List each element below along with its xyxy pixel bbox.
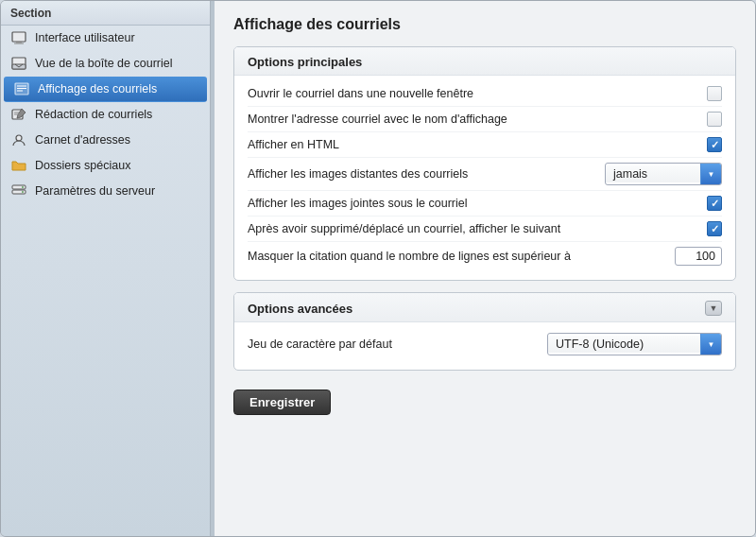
section-principales-title: Options principales	[234, 47, 735, 76]
option-label-jeu-caractere: Jeu de caractère par défaut	[248, 338, 540, 351]
option-row-masquer-citation: Masquer la citation quand le nombre de l…	[248, 242, 722, 270]
section-principales: Options principales Ouvrir le courriel d…	[233, 46, 736, 281]
save-button[interactable]: Enregistrer	[233, 390, 331, 415]
main-content: Affichage des courriels Options principa…	[215, 1, 755, 536]
svg-point-15	[22, 186, 24, 188]
select-arrow-images-distantes[interactable]	[700, 164, 721, 184]
checkbox-nouvelle-fenetre[interactable]	[707, 86, 722, 101]
option-control-images-jointes	[707, 196, 722, 211]
option-row-apres-supprime: Après avoir supprimé/déplacé un courriel…	[248, 217, 722, 242]
sidebar-item-label: Interface utilisateur	[35, 31, 135, 44]
svg-rect-2	[14, 43, 24, 44]
svg-point-16	[22, 191, 24, 193]
section-avancees-title: Options avancées ▼	[234, 293, 735, 322]
option-label-nouvelle-fenetre: Ouvrir le courriel dans une nouvelle fen…	[248, 87, 699, 100]
option-control-images-distantes: jamais	[605, 163, 722, 185]
sidebar: Section Interface utilisateur Vue de	[1, 1, 211, 536]
select-value-images-distantes: jamais	[606, 165, 700, 182]
contacts-icon	[10, 132, 27, 147]
section-avancees-content: Jeu de caractère par défaut UTF-8 (Unico…	[234, 322, 735, 370]
checkbox-html[interactable]	[707, 137, 722, 152]
svg-rect-0	[12, 32, 26, 42]
option-control-nom-affichage	[707, 112, 722, 127]
sidebar-item-label: Vue de la boîte de courriel	[35, 57, 172, 70]
server-icon	[10, 183, 27, 199]
page-title: Affichage des courriels	[233, 16, 736, 33]
option-control-masquer-citation: 100	[675, 247, 722, 266]
inbox-icon	[10, 56, 27, 71]
option-row-jeu-caractere: Jeu de caractère par défaut UTF-8 (Unico…	[248, 328, 722, 360]
input-masquer-citation[interactable]: 100	[675, 247, 722, 266]
collapse-avancees-button[interactable]: ▼	[705, 301, 722, 316]
svg-rect-1	[16, 42, 22, 43]
sidebar-item-parametres[interactable]: Paramètres du serveur	[1, 179, 210, 204]
option-row-nouvelle-fenetre: Ouvrir le courriel dans une nouvelle fen…	[248, 81, 722, 107]
svg-point-12	[16, 135, 22, 141]
section-principales-content: Ouvrir le courriel dans une nouvelle fen…	[234, 76, 735, 280]
select-value-jeu-caractere: UTF-8 (Unicode)	[548, 336, 700, 353]
sidebar-header: Section	[1, 1, 210, 26]
option-control-nouvelle-fenetre	[707, 86, 722, 101]
option-control-apres-supprime	[707, 221, 722, 236]
option-label-images-distantes: Afficher les images distantes des courri…	[248, 167, 597, 181]
option-control-html	[707, 137, 722, 152]
select-jeu-caractere[interactable]: UTF-8 (Unicode)	[547, 333, 722, 355]
option-label-masquer-citation: Masquer la citation quand le nombre de l…	[248, 250, 667, 263]
monitor-icon	[10, 30, 27, 45]
option-label-images-jointes: Afficher les images jointes sous le cour…	[248, 197, 699, 210]
option-row-images-jointes: Afficher les images jointes sous le cour…	[248, 191, 722, 217]
sidebar-item-redaction[interactable]: Rédaction de courriels	[1, 102, 210, 128]
sidebar-item-carnet[interactable]: Carnet d'adresses	[1, 128, 210, 153]
display-icon	[13, 81, 30, 96]
sidebar-item-label: Carnet d'adresses	[35, 133, 130, 147]
sidebar-item-label: Paramètres du serveur	[35, 184, 155, 198]
option-row-html: Afficher en HTML	[248, 132, 722, 158]
sidebar-item-label: Dossiers spéciaux	[35, 159, 130, 172]
option-label-html: Afficher en HTML	[248, 138, 699, 151]
compose-icon	[10, 107, 27, 122]
sidebar-item-boite[interactable]: Vue de la boîte de courriel	[1, 51, 210, 77]
option-control-jeu-caractere: UTF-8 (Unicode)	[547, 333, 722, 355]
sidebar-item-affichage[interactable]: Affichage des courriels	[4, 77, 207, 102]
section-avancees: Options avancées ▼ Jeu de caractère par …	[233, 292, 736, 371]
checkbox-apres-supprime[interactable]	[707, 221, 722, 236]
sidebar-item-dossiers[interactable]: Dossiers spéciaux	[1, 153, 210, 179]
option-row-nom-affichage: Montrer l'adresse courriel avec le nom d…	[248, 107, 722, 132]
select-arrow-jeu-caractere[interactable]	[700, 334, 721, 355]
sidebar-item-label: Affichage des courriels	[38, 82, 157, 95]
option-row-images-distantes: Afficher les images distantes des courri…	[248, 158, 722, 191]
select-images-distantes[interactable]: jamais	[605, 163, 722, 185]
checkbox-nom-affichage[interactable]	[707, 112, 722, 127]
checkbox-images-jointes[interactable]	[707, 196, 722, 211]
sidebar-item-interface[interactable]: Interface utilisateur	[1, 26, 210, 51]
sidebar-item-label: Rédaction de courriels	[35, 108, 152, 121]
option-label-apres-supprime: Après avoir supprimé/déplacé un courriel…	[248, 222, 699, 235]
option-label-nom-affichage: Montrer l'adresse courriel avec le nom d…	[248, 113, 699, 126]
folder-icon	[10, 158, 27, 173]
